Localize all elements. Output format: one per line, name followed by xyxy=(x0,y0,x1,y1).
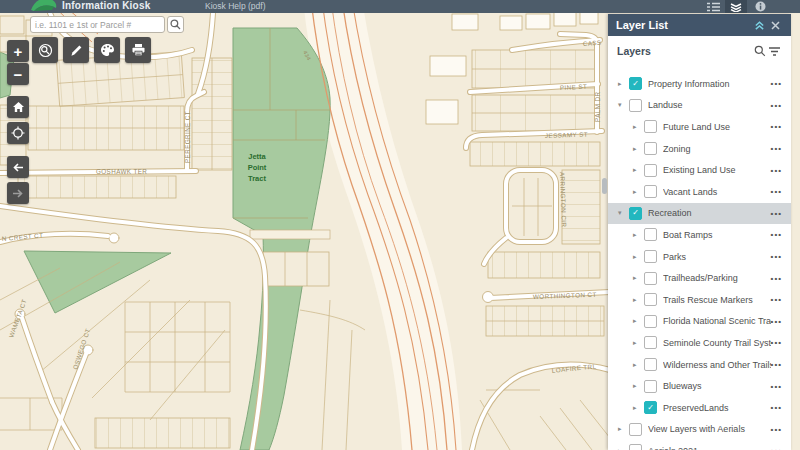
layer-checkbox[interactable] xyxy=(644,380,657,393)
layer-filter-icon[interactable] xyxy=(767,44,782,58)
panel-scrollbar-thumb[interactable] xyxy=(602,178,607,194)
layer-menu-button[interactable]: ••• xyxy=(771,79,791,88)
layer-row-trails-rescue-markers[interactable]: Trails Rescue Markers••• xyxy=(608,289,791,311)
expand-arrow-icon[interactable] xyxy=(633,361,642,369)
arrow-left-icon xyxy=(12,162,24,173)
expand-arrow-icon[interactable] xyxy=(618,425,627,433)
expand-arrow-icon[interactable] xyxy=(633,145,642,153)
layer-menu-button[interactable]: ••• xyxy=(771,295,791,304)
expand-arrow-icon[interactable] xyxy=(633,339,642,347)
draw-tool-button[interactable] xyxy=(63,37,89,63)
layer-checkbox[interactable] xyxy=(629,444,642,450)
layer-menu-button[interactable]: ••• xyxy=(771,317,791,326)
layer-checkbox[interactable] xyxy=(644,358,657,371)
close-panel-icon[interactable] xyxy=(767,17,783,33)
expand-arrow-icon[interactable] xyxy=(633,296,642,304)
collapse-panel-icon[interactable] xyxy=(751,17,767,33)
layer-menu-button[interactable]: ••• xyxy=(771,252,791,261)
print-tool-button[interactable] xyxy=(125,37,151,63)
layer-row-preservedlands[interactable]: PreservedLands••• xyxy=(608,397,791,419)
layer-row-existing-land-use[interactable]: Existing Land Use••• xyxy=(608,159,791,181)
layer-label: PreservedLands xyxy=(663,403,771,413)
layer-menu-button[interactable]: ••• xyxy=(771,144,791,153)
layer-checkbox[interactable] xyxy=(644,336,657,349)
layer-checkbox[interactable] xyxy=(644,185,657,198)
layer-menu-button[interactable]: ••• xyxy=(771,403,791,412)
layer-menu-button[interactable]: ••• xyxy=(771,446,791,450)
identify-tool-button[interactable] xyxy=(32,37,58,63)
expand-arrow-icon[interactable] xyxy=(633,123,642,131)
layer-menu-button[interactable]: ••• xyxy=(771,209,791,218)
layer-row-property-information[interactable]: Property Information••• xyxy=(608,73,791,95)
kiosk-help-link[interactable]: Kiosk Help (pdf) xyxy=(205,1,265,11)
layer-row-zoning[interactable]: Zoning••• xyxy=(608,138,791,160)
layer-checkbox[interactable] xyxy=(644,142,657,155)
layer-checkbox[interactable] xyxy=(644,293,657,306)
layer-menu-button[interactable]: ••• xyxy=(771,338,791,347)
expand-arrow-icon[interactable] xyxy=(633,166,642,174)
layer-label: Wilderness and Other Trails xyxy=(663,360,771,370)
home-button[interactable] xyxy=(7,96,29,118)
expand-arrow-icon[interactable] xyxy=(618,101,627,109)
search-button[interactable] xyxy=(167,16,184,33)
previous-extent-button[interactable] xyxy=(7,156,29,178)
next-extent-button[interactable] xyxy=(7,182,29,204)
palette-tool-button[interactable] xyxy=(94,37,120,63)
street-label: PINE ST xyxy=(560,83,588,91)
layer-checkbox[interactable] xyxy=(629,99,642,112)
layer-row-vacant-lands[interactable]: Vacant Lands••• xyxy=(608,181,791,203)
layer-row-trailheads-parking[interactable]: Trailheads/Parking••• xyxy=(608,267,791,289)
layer-row-parks[interactable]: Parks••• xyxy=(608,246,791,268)
layer-checkbox[interactable] xyxy=(644,315,657,328)
layer-menu-button[interactable]: ••• xyxy=(771,187,791,196)
layer-row-wilderness-and-other-trails[interactable]: Wilderness and Other Trails••• xyxy=(608,354,791,376)
layer-menu-button[interactable]: ••• xyxy=(771,360,791,369)
layer-checkbox[interactable] xyxy=(629,77,642,90)
layer-checkbox[interactable] xyxy=(629,207,642,220)
expand-arrow-icon[interactable] xyxy=(633,382,642,390)
layer-row-blueways[interactable]: Blueways••• xyxy=(608,375,791,397)
layer-menu-button[interactable]: ••• xyxy=(771,166,791,175)
info-icon[interactable] xyxy=(751,0,769,13)
layers-icon[interactable] xyxy=(725,0,747,13)
expand-arrow-icon[interactable] xyxy=(633,188,642,196)
layer-checkbox[interactable] xyxy=(644,164,657,177)
layer-checkbox[interactable] xyxy=(644,228,657,241)
layer-row-future-land-use[interactable]: Future Land Use••• xyxy=(608,116,791,138)
layer-menu-button[interactable]: ••• xyxy=(771,101,791,110)
expand-arrow-icon[interactable] xyxy=(633,404,642,412)
expand-arrow-icon[interactable] xyxy=(618,209,627,217)
layer-menu-button[interactable]: ••• xyxy=(771,274,791,283)
layer-row-florida-national-scenic-trail[interactable]: Florida National Scenic Trail••• xyxy=(608,311,791,333)
layer-label: Parks xyxy=(663,252,771,262)
layer-menu-button[interactable]: ••• xyxy=(771,122,791,131)
layer-checkbox[interactable] xyxy=(644,272,657,285)
layer-row-boat-ramps[interactable]: Boat Ramps••• xyxy=(608,224,791,246)
layer-row-landuse[interactable]: Landuse••• xyxy=(608,95,791,117)
expand-arrow-icon[interactable] xyxy=(618,80,627,88)
layer-checkbox[interactable] xyxy=(644,250,657,263)
arrow-right-icon xyxy=(12,188,24,199)
locate-button[interactable] xyxy=(7,122,29,144)
layer-menu-button[interactable]: ••• xyxy=(771,425,791,434)
layer-row-view-layers-with-aerials[interactable]: View Layers with Aerials••• xyxy=(608,419,791,441)
zoom-out-button[interactable]: − xyxy=(7,63,29,85)
layer-row-seminole-county-trail-system[interactable]: Seminole County Trail System••• xyxy=(608,332,791,354)
search-input[interactable] xyxy=(30,16,165,33)
layer-checkbox[interactable] xyxy=(644,120,657,133)
layer-checkbox[interactable] xyxy=(629,423,642,436)
layer-menu-button[interactable]: ••• xyxy=(771,382,791,391)
zoom-in-button[interactable]: + xyxy=(7,40,29,62)
expand-arrow-icon[interactable] xyxy=(633,274,642,282)
pencil-icon xyxy=(69,43,83,57)
expand-arrow-icon[interactable] xyxy=(633,231,642,239)
layer-search-icon[interactable] xyxy=(752,44,767,58)
expand-arrow-icon[interactable] xyxy=(633,317,642,325)
layer-row-aerials-2021[interactable]: Aerials 2021••• xyxy=(608,440,791,450)
expand-arrow-icon[interactable] xyxy=(633,253,642,261)
legend-icon[interactable] xyxy=(704,0,722,13)
layer-menu-button[interactable]: ••• xyxy=(771,230,791,239)
layer-row-recreation[interactable]: Recreation••• xyxy=(608,203,791,225)
layer-checkbox[interactable] xyxy=(644,401,657,414)
palette-icon xyxy=(100,43,115,57)
